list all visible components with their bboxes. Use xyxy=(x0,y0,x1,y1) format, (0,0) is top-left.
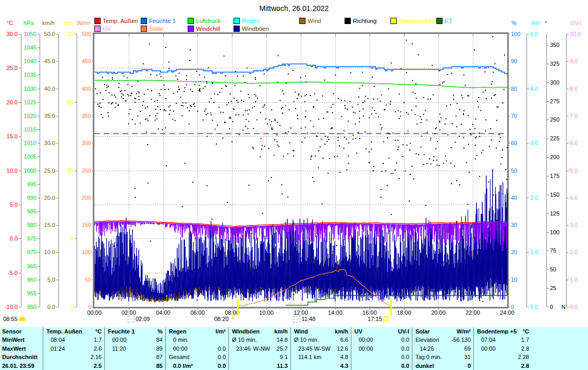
legend-label: Windböen xyxy=(242,26,269,32)
legend-label: Windchill xyxy=(196,26,220,32)
column-unit: UV-I xyxy=(398,327,409,336)
table-cell-row: 00:000.0 xyxy=(351,336,412,344)
table-cell-row: 00:000.0 xyxy=(166,344,229,353)
plot-canvas xyxy=(94,34,508,307)
legend-label: Richtung xyxy=(353,18,376,24)
table-cell-row: 23:46W-NW25.7 xyxy=(229,344,291,353)
weather-chart-window: Mittwoch, 26.01.2022 Temp. AußenFeuchte … xyxy=(0,0,588,370)
x-tick-label: 24:00 xyxy=(500,309,514,316)
table-cell-row: Gesamt:0.0 xyxy=(166,353,229,361)
column-header: Bodentemp +5 xyxy=(477,327,517,336)
x-tick-label: 14:00 xyxy=(328,309,342,316)
table-cell-row: 11:2089 xyxy=(105,344,166,353)
x-tick-label: 00:00 xyxy=(87,309,102,316)
legend-swatch-icon xyxy=(234,26,240,32)
table-cell-row: 07:041.7 xyxy=(474,336,532,344)
table-cell-row: 2.28 xyxy=(474,353,532,361)
legend-item-windchill: Windchill xyxy=(188,25,220,32)
table-cell-row: 00:0084 xyxy=(105,336,166,344)
legend-swatch-icon xyxy=(345,18,351,24)
legend-item-feuchte-1: Feuchte 1 xyxy=(141,17,176,24)
column-header: Solar xyxy=(415,327,430,336)
table-cell-row: 0.0 xyxy=(351,362,412,370)
x-tick-label: 22:00 xyxy=(466,309,480,316)
moonrise-arrow-icon: ↑ xyxy=(128,316,134,323)
table-cell-row: 00:002.8 xyxy=(474,344,532,353)
x-tick-label: 06:00 xyxy=(190,309,205,316)
legend-label: Sonnenschein xyxy=(399,18,437,24)
table-cell-row: 2.5 xyxy=(43,362,105,370)
row-label: 26.01. 23:59 xyxy=(2,362,34,370)
legend-swatch-icon xyxy=(141,26,147,32)
event-sunset-square-icon: 17:15 xyxy=(368,315,388,323)
legend-label: Feuchte 1 xyxy=(149,18,176,24)
column-header: Windböen xyxy=(232,327,260,336)
column-header: Feuchte 1 xyxy=(108,327,134,336)
legend-swatch-icon xyxy=(94,18,101,24)
column-unit: °C xyxy=(523,327,529,336)
legend-swatch-icon xyxy=(436,18,443,24)
table-cell-row: 0 min. xyxy=(166,336,229,344)
legend-label: Temp. Außen xyxy=(103,18,138,24)
column-header: Regen xyxy=(169,327,187,336)
event-moonrise-arrow-icon: ↑02:09 xyxy=(128,315,150,323)
column-unit: % xyxy=(157,327,163,336)
table-cell-row: 2.8 xyxy=(474,362,532,370)
legend-label: Wind xyxy=(308,18,321,24)
x-tick-label: 10:00 xyxy=(259,309,274,316)
column-header: Temp. Außen xyxy=(46,327,82,336)
legend-label: ET xyxy=(445,18,452,24)
sunrise-sun-icon-marker xyxy=(237,299,239,316)
legend-item-uv: UV xyxy=(94,25,111,32)
column-header: UV xyxy=(354,327,362,336)
event-sunrise-sun-icon: 08:20☀ xyxy=(214,315,236,323)
moon-blob-icon xyxy=(19,317,26,321)
column-unit: W/m² xyxy=(457,327,471,336)
row-label: MinWert xyxy=(2,336,24,344)
legend-item-et: ET xyxy=(436,17,452,24)
table-cell-row: Ø 10 min.14.8 xyxy=(229,336,291,344)
sunset-square-icon-marker xyxy=(390,299,392,316)
sunset-square-icon xyxy=(383,316,388,321)
table-cell-row: 0.0 l/m²0.0 xyxy=(166,362,229,370)
column-unit: km/h xyxy=(335,327,348,336)
legend-swatch-icon xyxy=(141,18,147,24)
table-cell-row: 08:041.7 xyxy=(43,336,105,344)
column-header: Wind xyxy=(294,327,308,336)
event-moon-blob-icon: 08:55 xyxy=(3,315,26,323)
legend-item-solar: Solar xyxy=(141,25,163,32)
row-label: MaxWert xyxy=(2,344,26,353)
legend-label: Luftdruck xyxy=(196,18,220,24)
table-cell-row: 4.3 xyxy=(291,362,351,370)
column-unit: l/m² xyxy=(215,327,226,336)
table-cell-row: 114.1 km4.8 xyxy=(291,353,351,361)
legend-swatch-icon xyxy=(188,18,194,24)
event-moonset-arrow-icon: ↓11:48 xyxy=(293,315,315,323)
legend-label: Solar xyxy=(149,26,163,32)
table-cell-row: 14:2569 xyxy=(412,344,474,353)
statistics-table: SensorMinWertMaxWertDurchschnitt26.01. 2… xyxy=(0,327,588,370)
table-col-regen: Regenl/m²0 min.00:000.0Gesamt:0.00.0 l/m… xyxy=(165,327,229,370)
table-cell-row: 87 xyxy=(105,353,166,361)
legend-swatch-icon xyxy=(234,18,240,24)
legend-item-windb-en: Windböen xyxy=(234,25,269,32)
table-col-windb-en: Windböenkm/hØ 10 min.14.823:46W-NW25.79.… xyxy=(228,327,291,370)
table-cell-row: Tag:0 min.31 xyxy=(412,353,474,361)
legend-swatch-icon xyxy=(188,26,194,32)
table-cell-row: 85 xyxy=(105,362,166,370)
table-cell-row: 9.1 xyxy=(229,353,291,361)
table-cell-row: 01:242.6 xyxy=(43,344,105,353)
legend-item-sonnenschein: Sonnenschein xyxy=(390,17,437,24)
page-title: Mittwoch, 26.01.2022 xyxy=(0,4,588,13)
legend-item-luftdruck: Luftdruck xyxy=(188,17,220,24)
table-cell-row: Ø 10 min.6.6 xyxy=(291,336,351,344)
legend-item-richtung: Richtung xyxy=(345,17,376,24)
table-cell-row: 11.3 xyxy=(229,362,291,370)
legend-item-regen: Regen xyxy=(234,17,260,24)
table-col-uv: UVUV-I00:000.000:000.00.00.0 xyxy=(351,327,412,370)
table-col-temp-au-en: Temp. Außen°C08:041.701:242.62.162.5 xyxy=(43,327,105,370)
table-cell-row: dunkel0 xyxy=(412,362,474,370)
table-cell-row: 00:000.0 xyxy=(351,344,412,353)
legend-label: UV xyxy=(103,26,111,32)
table-cell-row: 0.0 xyxy=(351,353,412,361)
